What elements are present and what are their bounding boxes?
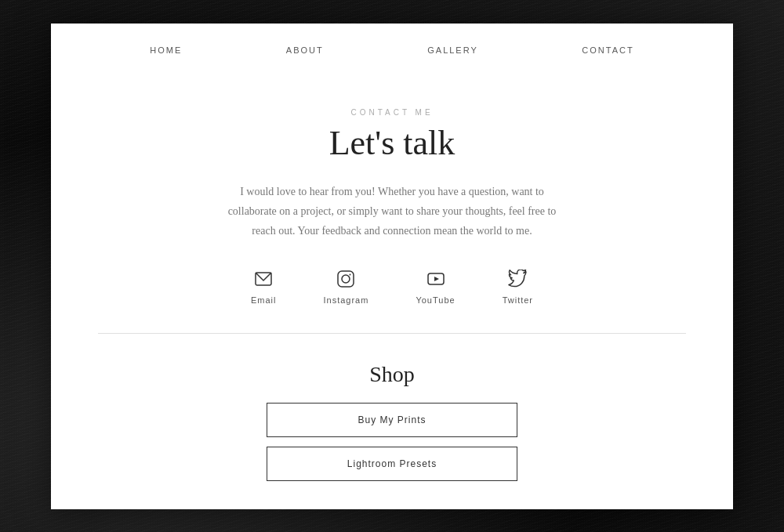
svg-point-2 [342, 275, 350, 283]
twitter-icon [507, 269, 528, 289]
twitter-label: Twitter [503, 295, 533, 305]
shop-section: Shop Buy My Prints Lightroom Presets [98, 362, 686, 481]
instagram-icon [336, 269, 356, 289]
lightroom-presets-button[interactable]: Lightroom Presets [267, 447, 517, 481]
youtube-icon [426, 269, 446, 289]
shop-buttons: Buy My Prints Lightroom Presets [98, 403, 686, 481]
svg-marker-5 [434, 277, 439, 281]
page-title: Let's talk [98, 123, 686, 163]
shop-title: Shop [98, 362, 686, 387]
instagram-label: Instagram [323, 295, 368, 305]
nav-gallery[interactable]: GALLERY [427, 45, 478, 55]
social-links: Email Instagram [98, 269, 686, 305]
social-item-email[interactable]: Email [251, 269, 277, 305]
youtube-label: YouTube [416, 295, 455, 305]
contact-label: CONTACT ME [98, 108, 686, 117]
nav-contact[interactable]: CONTACT [582, 45, 633, 55]
contact-description: I would love to hear from you! Whether y… [227, 182, 557, 241]
email-label: Email [251, 295, 277, 305]
main-content: CONTACT ME Let's talk I would love to he… [51, 77, 733, 509]
svg-point-3 [350, 274, 351, 276]
page-container: HOME ABOUT GALLERY CONTACT CONTACT ME Le… [51, 24, 733, 509]
social-item-youtube[interactable]: YouTube [416, 269, 455, 305]
nav-about[interactable]: ABOUT [286, 45, 324, 55]
email-icon [253, 269, 274, 289]
social-item-instagram[interactable]: Instagram [323, 269, 368, 305]
main-nav: HOME ABOUT GALLERY CONTACT [51, 24, 733, 77]
section-divider [98, 333, 686, 334]
social-item-twitter[interactable]: Twitter [503, 269, 533, 305]
nav-home[interactable]: HOME [150, 45, 182, 55]
svg-rect-1 [338, 271, 354, 287]
buy-prints-button[interactable]: Buy My Prints [267, 403, 517, 437]
